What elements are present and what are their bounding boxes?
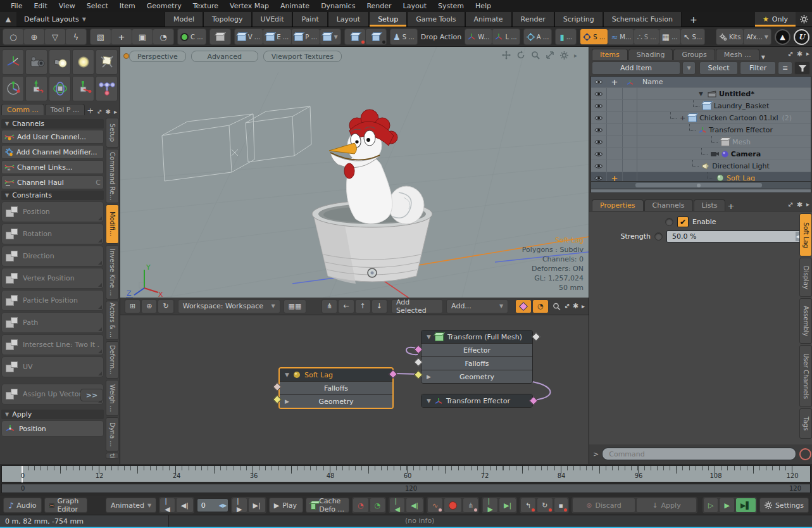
add-panel-tab-button[interactable]: + [85, 106, 95, 115]
tab-schematic-fusion[interactable]: Schematic Fusion [603, 12, 682, 27]
schematic-zoom-icon[interactable] [553, 302, 561, 311]
ghost-mesh-button[interactable] [210, 29, 230, 44]
tab-layout[interactable]: Layout [328, 12, 369, 27]
itemlist-arrow-icon[interactable]: ▸ [806, 50, 809, 58]
ellipse-tool-button[interactable]: ○ [3, 29, 23, 44]
center-pivot-button[interactable] [345, 29, 365, 44]
visibility-column-eye-icon[interactable] [591, 77, 607, 87]
select-through-button[interactable]: ↖S... [681, 29, 705, 44]
rotate-icon[interactable] [516, 51, 525, 60]
clone-tool-button[interactable]: ▧ [91, 29, 111, 44]
visibility-eye-icon[interactable] [591, 88, 607, 99]
select-button[interactable]: Select [699, 61, 738, 75]
bend-tool-button[interactable]: ϟ [66, 29, 86, 44]
vtab-command-regions[interactable]: Command Re... [106, 149, 119, 203]
vtab-display[interactable]: Display [799, 258, 812, 297]
foundry-logo-icon[interactable]: ▲ [775, 29, 790, 45]
viewport-perspective-button[interactable]: Perspective [129, 51, 186, 62]
pan-icon[interactable] [502, 51, 511, 60]
visibility-eye-icon[interactable] [591, 136, 607, 148]
vtab-modifiers[interactable]: Modifi... [106, 204, 119, 244]
refresh-workspace-icon[interactable]: ↻ [158, 299, 173, 313]
action-center-button[interactable]: A ... [524, 29, 552, 44]
pose-record-icon[interactable]: ⋔ [463, 498, 478, 513]
play-preview-button[interactable]: ▷ [703, 498, 718, 513]
vtab-particles[interactable]: Partic... [106, 453, 119, 459]
properties-arrow-icon[interactable]: ▸ [806, 201, 809, 209]
menu-animate[interactable]: Animate [275, 1, 315, 11]
enable-checkbox[interactable]: ✔ [677, 217, 689, 227]
node-soft-lag-geometry[interactable]: ▶Geometry [280, 394, 392, 408]
strength-channel-toggle[interactable] [654, 232, 663, 241]
audio-button[interactable]: ♪Audio [3, 498, 42, 513]
menu-edit[interactable]: Edit [28, 1, 53, 11]
collapse-triangle-icon[interactable]: ▼ [285, 372, 289, 378]
node-transform-full-mesh[interactable]: ▼ Transform (Full Mesh) Effector Falloff… [421, 330, 533, 384]
constraint-intersect-line-button[interactable]: Intersect Line: Two It ... [1, 334, 104, 355]
key-stop-icon[interactable]: ▪ [554, 498, 568, 513]
expand-triangle[interactable]: ▼ [699, 91, 705, 97]
node-transform-effector-item[interactable]: ▼ Transform Effector [421, 394, 533, 408]
set-mode-button[interactable]: ∴S ... [634, 29, 658, 44]
workspace-dropdown[interactable]: Workspace: Workspace▼ [178, 299, 280, 313]
lock-column-icon[interactable]: + [607, 77, 623, 87]
tab-mesh-ops[interactable]: Mesh ... [716, 49, 759, 60]
vtab-assembly[interactable]: Assembly [799, 298, 812, 344]
axis-column-icon[interactable] [623, 77, 637, 87]
vtab-deformers[interactable]: Deform... [106, 341, 119, 379]
spotlight-item-button[interactable] [49, 49, 71, 75]
layout-up-icon[interactable]: ▲ [0, 12, 16, 27]
command-input[interactable] [602, 448, 796, 460]
list-options-icon[interactable]: ≡ [778, 61, 792, 75]
menu-vertex-map[interactable]: Vertex Map [224, 1, 275, 11]
tab-tool-pipe[interactable]: Tool P ... [45, 104, 85, 115]
align-left-icon[interactable]: ← [338, 299, 354, 313]
next-key-alt-button[interactable]: ▶| [499, 498, 516, 513]
drop-action-label[interactable]: Drop Action [421, 33, 461, 41]
tab-channels[interactable]: Channels [644, 199, 693, 211]
settings-button[interactable]: Settings [759, 498, 809, 513]
visibility-eye-icon[interactable] [591, 100, 607, 111]
vtab-inverse-kinematics[interactable]: Inverse Kine ... [106, 245, 119, 299]
align-up-icon[interactable]: ↑ [355, 299, 371, 313]
items-mode-button[interactable]: ▼ [320, 29, 340, 44]
tab-uvedit[interactable]: UVEdit [252, 12, 293, 27]
vtab-user-channels[interactable]: User Channels [799, 345, 812, 407]
maximize-panel-icon[interactable]: ↕ [785, 200, 795, 210]
channel-haul-button[interactable]: Channel HaulC [1, 175, 104, 189]
tab-animate[interactable]: Animate [465, 12, 512, 27]
collapse-triangle-icon[interactable]: ▼ [427, 398, 431, 404]
timeline-range-bar[interactable]: 0 120 120 [1, 484, 811, 493]
item-row-laundry-basket[interactable]: Laundry_Basket [591, 99, 811, 111]
constraint-particle-position-button[interactable]: Particle Position [1, 290, 104, 311]
tab-scripting[interactable]: Scripting [554, 12, 603, 27]
schematic-maximize-icon[interactable]: ↕ [561, 301, 572, 311]
channel-links-button[interactable]: ∞Channel Links... [1, 160, 104, 174]
schematic-arrow-icon[interactable]: ▸ [582, 303, 585, 310]
next-key-button[interactable]: |▶ [482, 498, 497, 513]
add-dropdown[interactable]: Add...▼ [446, 299, 508, 313]
vtab-weight[interactable]: Weigh ... [106, 380, 119, 416]
time-marker-down-icon[interactable]: ◔ [370, 498, 386, 513]
item-row-directional-light[interactable]: Directional Light [591, 160, 811, 172]
apply-section-header[interactable]: ▼Apply [1, 410, 104, 419]
add-tab-button[interactable]: + [682, 12, 706, 27]
tab-topology[interactable]: Topology [203, 12, 252, 27]
camera-item-button[interactable] [25, 49, 47, 75]
world-axis-button[interactable]: W... [465, 29, 492, 44]
tab-render[interactable]: Render [512, 12, 554, 27]
timeline-ruler[interactable]: 0 12 24 36 48 60 72 84 96 108 120 [1, 465, 811, 482]
node-transform-geometry[interactable]: ▶Geometry [422, 370, 532, 383]
strength-field[interactable]: 50.0 %◀▶ [666, 230, 804, 242]
item-row-mesh[interactable]: Mesh [591, 135, 811, 148]
array-tool-button[interactable]: + [111, 29, 132, 44]
previous-key-alt-button[interactable]: ◀| [406, 498, 423, 513]
itemlist-gear-icon[interactable]: ✱ [797, 50, 803, 58]
layout-grid-icon[interactable]: ▦▦ [284, 299, 307, 313]
vtab-dynamics[interactable]: Dyna ... [106, 417, 119, 451]
scale-gizmo-button[interactable] [72, 76, 94, 101]
viewport-shading-button[interactable]: Advanced [191, 51, 258, 62]
add-node-icon[interactable]: ⊕ [141, 299, 157, 313]
skeleton-mode-button[interactable]: ♟S ... [390, 29, 417, 44]
play-to-end-button[interactable]: ▶▌ [735, 498, 756, 513]
